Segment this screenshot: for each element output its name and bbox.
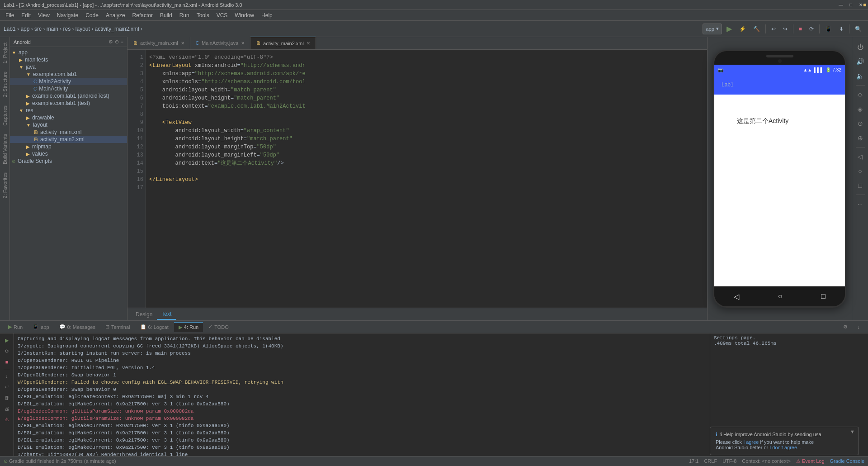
tree-item-layout[interactable]: ▼ layout: [10, 121, 127, 128]
tree-toolbar-icon1[interactable]: ⚙: [108, 39, 113, 45]
sdk-button[interactable]: ⬇: [836, 23, 846, 35]
tab-text[interactable]: Text: [157, 309, 176, 320]
tree-item-values[interactable]: ▶ values: [10, 150, 127, 157]
bottom-tab-logcat[interactable]: 📋 6: Logcat: [136, 322, 173, 332]
menu-code[interactable]: Code: [82, 11, 102, 19]
redo-button[interactable]: ↪: [780, 23, 790, 35]
tree-item-res[interactable]: ▼ res: [10, 107, 127, 114]
menu-refactor[interactable]: Refactor: [129, 11, 156, 19]
tree-item-main2activity[interactable]: C Main2Activity: [10, 78, 127, 85]
scroll-log-icon[interactable]: ↓: [2, 371, 12, 381]
square-icon[interactable]: □: [854, 179, 867, 192]
bc-file[interactable]: activity_main2.xml: [95, 26, 139, 32]
clear-log-icon[interactable]: 🗑: [2, 393, 12, 403]
search-everywhere-button[interactable]: 🔍: [852, 23, 864, 35]
bc-lab1[interactable]: Lab1: [4, 26, 16, 32]
bottom-settings-button[interactable]: ⚙: [839, 322, 852, 332]
sidebar-item-favorites[interactable]: 2: Favorites: [1, 169, 9, 202]
code-content[interactable]: <?xml version="1.0" encoding="utf-8"?> <…: [146, 50, 707, 308]
menu-window[interactable]: Window: [231, 11, 258, 19]
menu-navigate[interactable]: Navigate: [53, 11, 82, 19]
tree-item-package-test2[interactable]: ▶ example.com.lab1 (test): [10, 100, 127, 107]
sidebar-item-project[interactable]: 1: Project: [1, 39, 9, 67]
zoom-icon[interactable]: ⊕: [854, 132, 867, 144]
tree-toolbar-icon2[interactable]: ⊕: [115, 39, 119, 45]
run-start-icon[interactable]: ▶: [2, 335, 12, 345]
menu-vcs[interactable]: VCS: [213, 11, 231, 19]
build-button[interactable]: 🔨: [750, 23, 763, 35]
print-icon[interactable]: 🖨: [2, 404, 12, 414]
tab-design[interactable]: Design: [131, 309, 157, 319]
menu-analyze[interactable]: Analyze: [102, 11, 129, 19]
paint-icon[interactable]: ◈: [854, 103, 867, 115]
tab-activity-main-xml[interactable]: 🖹 activity_main.xml ✕: [127, 37, 190, 49]
menu-file[interactable]: File: [2, 11, 18, 19]
bc-app[interactable]: app: [20, 26, 29, 32]
run-config-dropdown[interactable]: app ▾: [703, 24, 722, 34]
home-nav-button[interactable]: ○: [778, 292, 783, 300]
gradle-console-link[interactable]: Gradle Console: [830, 458, 864, 464]
rerun-icon[interactable]: ⟳: [2, 346, 12, 356]
menu-build[interactable]: Build: [156, 11, 176, 19]
run-button[interactable]: ▶: [724, 23, 735, 35]
recents-nav-button[interactable]: □: [821, 292, 826, 300]
tree-item-mainactivity[interactable]: C MainActivity: [10, 85, 127, 92]
avd-button[interactable]: 📱: [822, 23, 835, 35]
bottom-tab-run[interactable]: ▶ Run: [4, 322, 27, 332]
tab-close-main2[interactable]: ✕: [307, 41, 310, 46]
bc-src[interactable]: src: [34, 26, 42, 32]
tab-mainactivity-java[interactable]: C MainActivity.java ✕: [190, 37, 250, 49]
bottom-tab-todo[interactable]: ✓ TODO: [204, 322, 233, 332]
bc-layout[interactable]: layout: [75, 26, 90, 32]
sidebar-item-structure[interactable]: 2: Structure: [1, 68, 9, 101]
sync-button[interactable]: ⟳: [807, 23, 816, 35]
volume-up-icon[interactable]: 🔊: [854, 55, 867, 68]
tree-item-activity-main2[interactable]: 🖹 activity_main2.xml: [10, 136, 127, 143]
instant-run-button[interactable]: ⚡: [736, 23, 749, 35]
error-icon-bottom[interactable]: ⚠: [2, 414, 12, 424]
bottom-hide-button[interactable]: ↓: [853, 323, 865, 332]
undo-button[interactable]: ↩: [769, 23, 778, 35]
menu-run[interactable]: Run: [176, 11, 193, 19]
sidebar-item-captures[interactable]: Captures: [1, 102, 9, 129]
toast-close-button[interactable]: ▼: [850, 429, 855, 434]
menu-help[interactable]: Help: [258, 11, 276, 19]
tree-item-manifests[interactable]: ▶ manifests: [10, 56, 127, 63]
stop-button[interactable]: ■: [796, 23, 805, 35]
bottom-tab-run2[interactable]: ▶ 4: Run: [174, 322, 203, 332]
tab-close-mainactivity[interactable]: ✕: [241, 41, 245, 46]
tree-item-java[interactable]: ▼ java: [10, 63, 127, 71]
bc-main[interactable]: main: [47, 26, 58, 32]
soft-wrap-icon[interactable]: ↵: [2, 382, 12, 392]
tree-item-package-main[interactable]: ▼ example.com.lab1: [10, 71, 127, 78]
back-nav-button[interactable]: ◁: [734, 292, 739, 301]
tree-toolbar-icon3[interactable]: ≡: [121, 39, 123, 45]
bc-res[interactable]: res: [63, 26, 71, 32]
tree-item-activity-main[interactable]: 🖹 activity_main.xml: [10, 128, 127, 136]
volume-down-icon[interactable]: 🔈: [854, 70, 867, 82]
maximize-button[interactable]: □: [847, 1, 854, 9]
tree-item-gradle[interactable]: ⊙ Gradle Scripts: [10, 157, 127, 165]
tab-close-main-xml[interactable]: ✕: [181, 41, 184, 46]
tree-item-mipmap[interactable]: ▶ mipmap: [10, 143, 127, 150]
diamond-icon[interactable]: ◇: [854, 88, 867, 101]
bottom-tab-terminal[interactable]: ⊡ Terminal: [101, 322, 135, 332]
bottom-tab-messages[interactable]: 💬 0: Messages: [55, 322, 100, 332]
log-content[interactable]: Capturing and displaying logcat messages…: [14, 333, 710, 456]
tree-item-package-test[interactable]: ▶ example.com.lab1 (androidTest): [10, 92, 127, 100]
sidebar-item-build-variants[interactable]: Build Variants: [1, 130, 9, 168]
menu-tools[interactable]: Tools: [193, 11, 213, 19]
rotate-back-icon[interactable]: ◁: [854, 150, 867, 163]
toast-agree-link[interactable]: I agree: [743, 439, 759, 445]
bottom-tab-app[interactable]: 📱 app: [28, 322, 53, 332]
power-icon[interactable]: ⏻: [854, 41, 867, 53]
stop-run-icon[interactable]: ■: [2, 357, 12, 367]
minimize-button[interactable]: —: [837, 1, 844, 9]
more-icon[interactable]: ···: [854, 198, 867, 210]
menu-edit[interactable]: Edit: [18, 11, 34, 19]
tree-item-drawable[interactable]: ▶ drawable: [10, 114, 127, 121]
tree-item-app[interactable]: ▼ app: [10, 49, 127, 56]
event-log-link[interactable]: ⚠ Event Log: [796, 458, 825, 464]
toast-disagree-link[interactable]: I don't agree...: [769, 445, 801, 450]
camera-icon[interactable]: ⊙: [854, 117, 867, 130]
